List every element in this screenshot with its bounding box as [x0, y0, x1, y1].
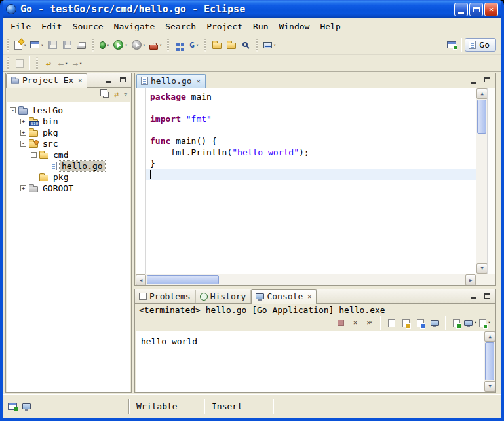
new-go-element-button[interactable]: G▾: [187, 37, 201, 53]
maximize-view-button[interactable]: [481, 291, 493, 301]
word-wrap-button[interactable]: [414, 316, 427, 329]
open-type-button[interactable]: [224, 37, 239, 53]
tree-item-bin[interactable]: + 010 bin: [7, 116, 130, 127]
close-tab-icon[interactable]: ✕: [197, 77, 201, 84]
new-project-button[interactable]: ▾: [28, 37, 45, 53]
link-with-editor-icon[interactable]: ⇄: [114, 90, 119, 99]
tree-item-testgo[interactable]: - testGo: [7, 105, 130, 116]
tree-item-goroot[interactable]: + GOROOT: [7, 183, 130, 194]
tree-item-cmd[interactable]: - cmd: [7, 149, 130, 160]
scrollbar-thumb[interactable]: [477, 100, 486, 134]
collapse-toggle-icon[interactable]: -: [10, 107, 16, 113]
scroll-up-button[interactable]: ▲: [476, 88, 488, 99]
remove-all-launches-button[interactable]: ✕✕: [363, 316, 376, 329]
tab-console[interactable]: Console ✕: [251, 289, 317, 304]
toolbar-grip[interactable]: [7, 39, 9, 52]
minimize-view-button[interactable]: [467, 291, 479, 301]
menu-help[interactable]: Help: [315, 20, 345, 33]
scroll-down-button[interactable]: ▼: [484, 381, 495, 392]
last-edit-location-button[interactable]: ↩: [41, 56, 56, 71]
run-history-button[interactable]: ▾: [130, 37, 147, 53]
scrollbar-thumb[interactable]: [485, 342, 494, 380]
title-bar[interactable]: Go - testGo/src/cmd/hello.go - Eclipse ✕: [3, 0, 501, 18]
show-stdout-button[interactable]: [428, 316, 441, 329]
toolbar-grip[interactable]: [256, 39, 258, 52]
display-console-button[interactable]: ▾: [464, 316, 477, 329]
code-area[interactable]: package main import "fmt" func main() { …: [146, 88, 476, 274]
save-button[interactable]: [45, 37, 60, 53]
open-console-button[interactable]: ▾: [478, 316, 492, 329]
tab-hello-go[interactable]: hello.go ✕: [136, 74, 206, 88]
scroll-down-button[interactable]: ▼: [476, 263, 488, 274]
toolbar-grip[interactable]: [36, 57, 38, 70]
run-button[interactable]: ▾: [111, 37, 129, 53]
scrollbar-thumb[interactable]: [147, 275, 219, 284]
back-button[interactable]: ←▾: [56, 56, 70, 71]
clear-console-button[interactable]: [385, 316, 398, 329]
pin-console-button[interactable]: [450, 316, 463, 329]
close-view-icon[interactable]: ✕: [78, 77, 82, 84]
menu-project[interactable]: Project: [201, 20, 248, 33]
tab-project-explorer[interactable]: Project Ex ✕: [6, 73, 87, 88]
go-perspective-button[interactable]: Go: [465, 38, 496, 52]
menu-search[interactable]: Search: [160, 20, 201, 33]
console-vertical-scrollbar[interactable]: ▲ ▼: [484, 331, 495, 392]
search-button[interactable]: [239, 37, 253, 53]
scroll-lock-button[interactable]: [399, 316, 412, 329]
debug-button[interactable]: ▾: [97, 37, 111, 53]
tab-problems[interactable]: Problems: [135, 290, 196, 303]
team-button[interactable]: ▾: [262, 37, 278, 53]
close-button[interactable]: ✕: [484, 3, 498, 16]
minimize-button[interactable]: [454, 3, 468, 16]
maximize-button[interactable]: [469, 3, 483, 16]
scroll-up-button[interactable]: ▲: [484, 331, 495, 342]
expand-toggle-icon[interactable]: +: [20, 119, 26, 124]
menu-file[interactable]: File: [5, 20, 36, 33]
terminate-button[interactable]: [334, 316, 347, 329]
minimize-view-button[interactable]: [467, 75, 479, 85]
new-wizard-button[interactable]: ▾: [12, 37, 28, 53]
menu-run[interactable]: Run: [248, 20, 273, 33]
tree-item-src[interactable]: - src: [7, 138, 130, 149]
tree-item-hello-go[interactable]: hello.go: [7, 160, 130, 172]
collapse-all-icon[interactable]: [103, 92, 109, 98]
print-button[interactable]: [74, 37, 88, 53]
menu-window[interactable]: Window: [273, 20, 315, 33]
expand-toggle-icon[interactable]: +: [20, 130, 26, 136]
tree-item-pkg[interactable]: + pkg: [7, 127, 130, 138]
scrollbar-track[interactable]: [476, 134, 487, 263]
view-menu-icon[interactable]: ▽: [124, 92, 127, 98]
menu-navigate[interactable]: Navigate: [109, 20, 161, 33]
save-all-button[interactable]: [60, 37, 74, 53]
remove-launch-button[interactable]: ✕: [349, 316, 362, 329]
minimize-view-button[interactable]: [103, 75, 115, 85]
scroll-left-button[interactable]: ◀: [136, 274, 146, 285]
console-output[interactable]: hello world ▲ ▼: [136, 331, 495, 392]
view-shortcut-icon[interactable]: [22, 403, 31, 409]
menu-source[interactable]: Source: [68, 20, 109, 33]
open-perspective-button[interactable]: [444, 37, 459, 53]
editor-horizontal-scrollbar[interactable]: ◀ ▶: [136, 274, 476, 285]
close-view-icon[interactable]: ✕: [307, 293, 311, 300]
scrollbar-track[interactable]: [220, 274, 465, 285]
toolbar-grip[interactable]: [167, 39, 169, 52]
pin-editor-button[interactable]: [12, 56, 27, 71]
toolbar-grip[interactable]: [92, 39, 94, 52]
editor-vertical-scrollbar[interactable]: ▲ ▼: [476, 88, 487, 274]
toolbar-grip[interactable]: [204, 39, 206, 52]
tab-history[interactable]: History: [196, 290, 252, 303]
forward-button[interactable]: →▾: [70, 56, 85, 71]
toolbar-grip[interactable]: [7, 57, 9, 70]
scroll-right-button[interactable]: ▶: [465, 274, 476, 285]
expand-toggle-icon[interactable]: +: [20, 185, 26, 191]
menu-edit[interactable]: Edit: [36, 20, 67, 33]
external-tools-button[interactable]: ▾: [147, 37, 164, 53]
collapse-toggle-icon[interactable]: -: [31, 152, 37, 158]
go-build-button[interactable]: [172, 37, 187, 53]
maximize-view-button[interactable]: [117, 75, 128, 85]
fast-view-icon[interactable]: [8, 403, 17, 410]
collapse-toggle-icon[interactable]: -: [20, 141, 26, 147]
open-resource-button[interactable]: [210, 37, 224, 53]
maximize-view-button[interactable]: [481, 75, 493, 85]
tree-item-pkg-src[interactable]: pkg: [7, 172, 130, 183]
